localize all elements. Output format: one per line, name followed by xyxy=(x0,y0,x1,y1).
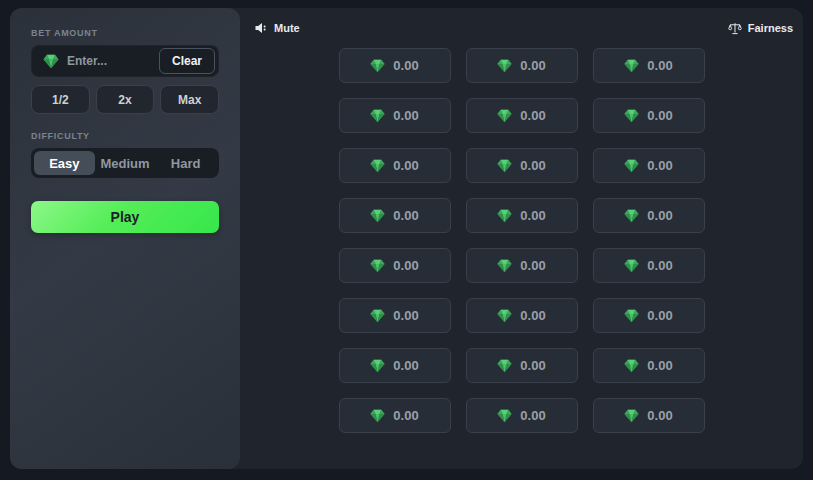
gem-icon xyxy=(624,309,639,323)
gem-icon xyxy=(370,109,385,123)
tile-value: 0.00 xyxy=(647,308,672,323)
tile-value: 0.00 xyxy=(393,108,418,123)
gem-icon xyxy=(624,359,639,373)
tile-value: 0.00 xyxy=(647,358,672,373)
tile-button[interactable]: 0.00 xyxy=(593,348,705,383)
gem-icon xyxy=(497,159,512,173)
tile-value: 0.00 xyxy=(647,408,672,423)
tile-value: 0.00 xyxy=(520,258,545,273)
tile-button[interactable]: 0.00 xyxy=(466,398,578,433)
tile-button[interactable]: 0.00 xyxy=(339,298,451,333)
gem-icon xyxy=(370,59,385,73)
difficulty-label: DIFFICULTY xyxy=(31,131,219,141)
tile-button[interactable]: 0.00 xyxy=(466,198,578,233)
gem-icon xyxy=(370,209,385,223)
tile-value: 0.00 xyxy=(520,158,545,173)
gem-icon xyxy=(370,259,385,273)
tile-button[interactable]: 0.00 xyxy=(593,48,705,83)
tile-button[interactable]: 0.00 xyxy=(339,148,451,183)
tile-button[interactable]: 0.00 xyxy=(466,348,578,383)
tile-button[interactable]: 0.00 xyxy=(466,148,578,183)
gem-icon xyxy=(624,59,639,73)
gem-icon xyxy=(497,409,512,423)
gem-icon xyxy=(497,259,512,273)
gem-icon xyxy=(43,54,59,69)
tile-value: 0.00 xyxy=(393,58,418,73)
tile-value: 0.00 xyxy=(647,258,672,273)
fairness-label: Fairness xyxy=(748,22,793,34)
scales-icon xyxy=(728,22,742,35)
tile-button[interactable]: 0.00 xyxy=(466,298,578,333)
difficulty-tab-medium[interactable]: Medium xyxy=(95,151,156,175)
tile-value: 0.00 xyxy=(520,108,545,123)
max-bet-button[interactable]: Max xyxy=(160,85,219,114)
tile-button[interactable]: 0.00 xyxy=(593,398,705,433)
clear-button[interactable]: Clear xyxy=(159,48,215,74)
double-bet-button[interactable]: 2x xyxy=(96,85,155,114)
gem-icon xyxy=(497,359,512,373)
tile-value: 0.00 xyxy=(520,208,545,223)
tile-value: 0.00 xyxy=(520,308,545,323)
gem-icon xyxy=(497,209,512,223)
tile-button[interactable]: 0.00 xyxy=(593,198,705,233)
gem-icon xyxy=(370,159,385,173)
mute-button[interactable]: Mute xyxy=(255,22,300,34)
tile-button[interactable]: 0.00 xyxy=(339,248,451,283)
tile-button[interactable]: 0.00 xyxy=(593,248,705,283)
tile-value: 0.00 xyxy=(393,408,418,423)
tile-button[interactable]: 0.00 xyxy=(466,98,578,133)
tile-value: 0.00 xyxy=(647,58,672,73)
fairness-button[interactable]: Fairness xyxy=(728,22,793,35)
tile-button[interactable]: 0.00 xyxy=(593,298,705,333)
gem-icon xyxy=(624,409,639,423)
tile-value: 0.00 xyxy=(520,58,545,73)
tile-value: 0.00 xyxy=(520,408,545,423)
gem-icon xyxy=(497,59,512,73)
tile-value: 0.00 xyxy=(393,158,418,173)
bet-amount-input[interactable] xyxy=(67,54,159,68)
gem-icon xyxy=(370,409,385,423)
play-button[interactable]: Play xyxy=(31,201,219,233)
difficulty-tab-easy[interactable]: Easy xyxy=(34,151,95,175)
tile-button[interactable]: 0.00 xyxy=(339,48,451,83)
gem-icon xyxy=(624,159,639,173)
gem-icon xyxy=(624,259,639,273)
gem-icon xyxy=(497,109,512,123)
bet-amount-box[interactable]: Clear xyxy=(31,45,219,77)
tile-value: 0.00 xyxy=(393,308,418,323)
tile-button[interactable]: 0.00 xyxy=(339,198,451,233)
tile-value: 0.00 xyxy=(647,158,672,173)
gem-icon xyxy=(624,209,639,223)
gem-icon xyxy=(624,109,639,123)
bet-amount-label: BET AMOUNT xyxy=(31,28,219,38)
tile-button[interactable]: 0.00 xyxy=(339,98,451,133)
gem-icon xyxy=(370,359,385,373)
tiles-grid: 0.00 0.00 xyxy=(240,48,803,433)
game-topbar: Mute Fairness xyxy=(240,8,803,38)
difficulty-tab-hard[interactable]: Hard xyxy=(155,151,216,175)
speaker-icon xyxy=(255,22,268,34)
tile-value: 0.00 xyxy=(647,208,672,223)
tile-button[interactable]: 0.00 xyxy=(339,348,451,383)
game-area: Mute Fairness xyxy=(240,8,803,469)
tile-button[interactable]: 0.00 xyxy=(593,148,705,183)
bet-sidebar: BET AMOUNT Clear 1/2 2x Max DIFFICULTY E… xyxy=(10,8,240,469)
mute-label: Mute xyxy=(274,22,300,34)
tile-value: 0.00 xyxy=(393,358,418,373)
gem-icon xyxy=(497,309,512,323)
gem-icon xyxy=(370,309,385,323)
tile-button[interactable]: 0.00 xyxy=(339,398,451,433)
difficulty-segmented-control: Easy Medium Hard xyxy=(31,148,219,178)
tile-button[interactable]: 0.00 xyxy=(466,248,578,283)
tile-value: 0.00 xyxy=(393,208,418,223)
tile-button[interactable]: 0.00 xyxy=(593,98,705,133)
tile-value: 0.00 xyxy=(647,108,672,123)
tile-value: 0.00 xyxy=(393,258,418,273)
tile-button[interactable]: 0.00 xyxy=(466,48,578,83)
tile-value: 0.00 xyxy=(520,358,545,373)
quick-bet-row: 1/2 2x Max xyxy=(31,85,219,114)
half-bet-button[interactable]: 1/2 xyxy=(31,85,90,114)
